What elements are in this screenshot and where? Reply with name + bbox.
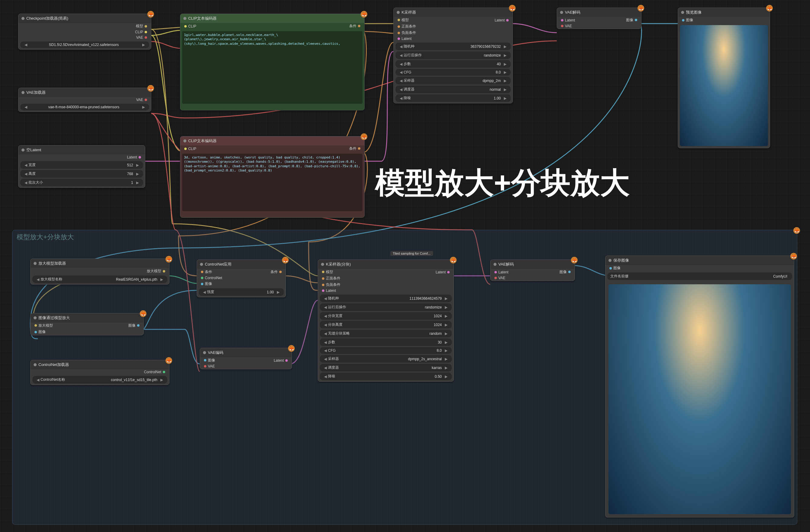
port-negative-in: 负面条件: [326, 282, 340, 287]
ckpt-select[interactable]: ◀SD1.5\2.5D\revAnimated_v122.safetensors…: [20, 41, 149, 48]
cfg-input[interactable]: ◀CFG8.0▶: [395, 69, 511, 76]
positive-prompt-textarea[interactable]: 1girl,water,bubble,planet,solo,necklace,…: [182, 31, 362, 104]
node-vae-decode[interactable]: VAE解码 Latent图像 VAE 🦊: [557, 7, 642, 29]
badge-icon: 🦊: [147, 11, 154, 18]
port-latent-out: Latent: [495, 18, 505, 22]
badge-icon: 🦊: [288, 345, 295, 352]
upscale-model-select[interactable]: ◀放大模型名称RealESRGAN_x4plus.pth▶: [32, 276, 167, 283]
node-ksampler[interactable]: K采样器 模型Latent 正面条件 负面条件 Latent ◀随机种36379…: [393, 7, 513, 103]
port-positive-in: 正面条件: [402, 24, 416, 29]
node-title: 预览图像: [686, 10, 702, 15]
badge-icon: 🦊: [509, 5, 516, 12]
port-negative-in: 负面条件: [402, 30, 416, 35]
steps-input[interactable]: ◀步数30▶: [320, 338, 452, 346]
port-latent-in: Latent: [565, 18, 575, 22]
port-vae-in: VAE: [498, 276, 505, 280]
port-image-out: 图像: [560, 270, 567, 274]
node-title: K采样器: [402, 10, 416, 15]
node-vae-decode-2[interactable]: VAE解码 Latent图像 VAE 🦊: [490, 260, 575, 281]
node-image-upscale-by-model[interactable]: 图像通过模型放大 放大模型图像 图像 🦊: [30, 313, 144, 335]
node-empty-latent[interactable]: 空Latent Latent ◀宽度512▶ ◀高度768▶ ◀批次大小1▶: [18, 145, 145, 188]
width-input[interactable]: ◀宽度512▶: [20, 161, 143, 169]
scheduler-select[interactable]: ◀调度器karras▶: [320, 364, 452, 371]
badge-icon: 🦊: [766, 5, 773, 12]
port-cond-out: 条件: [271, 270, 278, 274]
port-image-in: 图像: [208, 358, 215, 362]
port-upscale-model-out: 放大模型: [147, 269, 161, 274]
seed-input[interactable]: ◀随机种363790156679232▶: [395, 43, 511, 50]
port-image-out: 图像: [128, 323, 135, 328]
port-clip-out: CLIP: [135, 30, 143, 34]
tile-width-input[interactable]: ◀分块宽度1024▶: [320, 312, 452, 320]
denoise-input[interactable]: ◀降噪0.50▶: [320, 372, 452, 380]
badge-icon: 🦊: [147, 85, 154, 92]
strength-input[interactable]: ◀强度1.00▶: [199, 288, 284, 296]
port-cond-out: 条件: [349, 146, 356, 151]
port-cond-in: 条件: [205, 270, 212, 274]
cfg-input[interactable]: ◀CFG8.0▶: [320, 347, 452, 354]
node-title: Checkpoint加载器(简易): [26, 16, 68, 21]
port-upscale-model-in: 放大模型: [38, 323, 53, 328]
denoise-input[interactable]: ◀降噪1.00▶: [395, 94, 511, 102]
node-title: VAE编码: [208, 350, 223, 355]
port-clip-in: CLIP: [188, 24, 196, 29]
badge-icon: 🦊: [165, 256, 172, 263]
scheduler-select[interactable]: ◀调度器normal▶: [395, 86, 511, 93]
seed-input[interactable]: ◀随机种1113943664624579▶: [320, 295, 452, 302]
negative-prompt-textarea[interactable]: 3d, cartoon, anime, sketches, (worst qua…: [182, 154, 362, 211]
port-image-in: 图像: [38, 329, 46, 334]
overlay-title: 模型放大+分块放大: [375, 163, 630, 203]
node-upscale-model-loader[interactable]: 放大模型加载器 放大模型 ◀放大模型名称RealESRGAN_x4plus.pt…: [30, 259, 169, 285]
port-image-in: 图像: [205, 281, 212, 286]
badge-icon: 🦊: [793, 227, 800, 234]
after-generate-select[interactable]: ◀运行后操作randomize▶: [395, 51, 511, 59]
port-latent-out: Latent: [274, 359, 284, 363]
badge-icon: 🦊: [450, 257, 457, 263]
node-title: 图像通过模型放大: [38, 315, 70, 320]
preview-image: [680, 25, 768, 146]
port-vae-out: VAE: [136, 98, 143, 102]
badge-icon: 🦊: [637, 5, 644, 12]
port-image-in: 图像: [613, 266, 620, 271]
badge-icon: 🦊: [361, 11, 367, 18]
port-latent-in: Latent: [498, 270, 508, 274]
sampler-select[interactable]: ◀采样器dpmpp_2s_ancestral▶: [320, 355, 452, 363]
port-cond-out: 条件: [349, 24, 356, 28]
port-latent-out: Latent: [436, 270, 446, 274]
node-title: 放大模型加载器: [38, 261, 66, 266]
node-vae-encode[interactable]: VAE编码 图像Latent VAE 🦊: [200, 348, 292, 369]
node-controlnet-loader[interactable]: ControlNet加载器 ControlNet ◀ControlNet名称co…: [30, 360, 169, 385]
port-vae-in: VAE: [565, 24, 572, 28]
tile-height-input[interactable]: ◀分块高度1024▶: [320, 321, 452, 329]
badge-icon: 🦊: [790, 253, 797, 260]
tile-strategy-select[interactable]: ◀无缝分块策略random▶: [320, 330, 452, 337]
node-ksampler-tiled[interactable]: K采样器(分块) 模型Latent 正面条件 负面条件 Latent ◀随机种1…: [318, 260, 454, 382]
node-title: 保存图像: [613, 258, 629, 263]
node-vae-loader[interactable]: VAE加载器 VAE ◀vae-ft-mse-840000-ema-pruned…: [18, 88, 151, 112]
filename-prefix-input[interactable]: 文件名前缀ComfyUI: [607, 272, 792, 280]
node-clip-encode-positive[interactable]: CLIP文本编码器 CLIP条件 1girl,water,bubble,plan…: [180, 14, 364, 111]
badge-icon: 🦊: [282, 257, 289, 263]
port-controlnet-in: ControlNet: [205, 276, 222, 280]
node-title: K采样器(分块): [326, 262, 351, 267]
node-save-image[interactable]: 保存图像 图像 文件名前缀ComfyUI 🦊: [605, 255, 794, 517]
vae-select[interactable]: ◀vae-ft-mse-840000-ema-pruned.safetensor…: [20, 104, 149, 111]
port-image-out: 图像: [626, 18, 633, 22]
node-title: VAE加载器: [26, 90, 46, 95]
node-title: CLIP文本编码器: [188, 138, 217, 144]
sampler-select[interactable]: ◀采样器dpmpp_2m▶: [395, 77, 511, 84]
port-clip-in: CLIP: [188, 147, 196, 151]
node-clip-encode-negative[interactable]: CLIP文本编码器 CLIP条件 3d, cartoon, anime, ske…: [180, 136, 364, 218]
node-controlnet-apply[interactable]: ControlNet应用 条件条件 ControlNet 图像 ◀强度1.00▶…: [197, 260, 286, 297]
node-title: ControlNet应用: [205, 262, 231, 267]
group-title: 模型放大+分块放大: [12, 230, 797, 244]
batch-input[interactable]: ◀批次大小1▶: [20, 179, 143, 186]
node-title: VAE解码: [498, 262, 514, 267]
controlnet-select[interactable]: ◀ControlNet名称control_v11f1e_sd15_tile.pt…: [32, 376, 167, 383]
height-input[interactable]: ◀高度768▶: [20, 170, 143, 178]
node-checkpoint-loader[interactable]: Checkpoint加载器(简易) 模型 CLIP VAE ◀SD1.5\2.5…: [18, 14, 151, 50]
steps-input[interactable]: ◀步数40▶: [395, 60, 511, 68]
after-generate-select[interactable]: ◀运行后操作randomize▶: [320, 303, 452, 311]
port-positive-in: 正面条件: [326, 276, 340, 281]
node-preview-image[interactable]: 预览图像 图像 🦊: [678, 7, 770, 148]
